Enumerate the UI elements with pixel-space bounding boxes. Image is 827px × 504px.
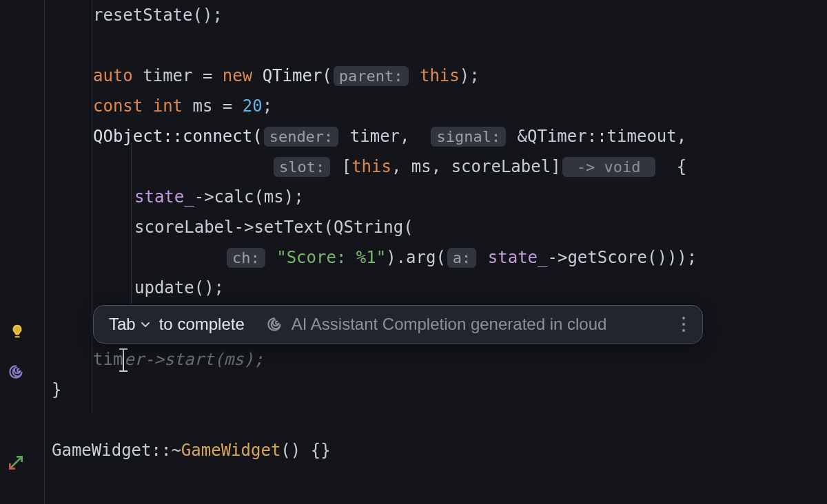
ai-completion-source-label: AI Assistant Completion generated in clo…: [292, 316, 669, 333]
code-token: , ms, scoreLabel]: [391, 157, 561, 176]
to-complete-label: to complete: [159, 316, 245, 333]
keyword: const: [93, 96, 143, 116]
lightbulb-icon[interactable]: [7, 321, 28, 342]
inherit-override-icon[interactable]: [6, 452, 26, 473]
inlay-hint: slot:: [274, 157, 330, 177]
code-line: }: [52, 375, 827, 405]
code-token: ).arg(: [386, 248, 446, 267]
keyword: new: [223, 66, 252, 85]
code-line: resetState();: [52, 0, 827, 30]
ghost-text: er->start(ms);: [124, 350, 263, 369]
keyword: this: [351, 157, 391, 176]
code-token: GameWidget::~: [52, 441, 181, 460]
code-token: ms =: [183, 96, 243, 116]
tab-label: Tab: [109, 316, 136, 333]
code-token: ->calc(ms);: [194, 187, 304, 207]
inlay-hint: a:: [447, 248, 477, 268]
editor-gutter: [0, 0, 45, 504]
code-line: QObject::connect(sender: timer, signal: …: [52, 121, 827, 151]
code-token: );: [460, 66, 480, 85]
indent-guide: [92, 0, 92, 413]
code-token: ;: [263, 96, 272, 116]
code-line: update();: [52, 273, 827, 303]
blank-line: [52, 405, 827, 435]
member: state_: [478, 248, 547, 267]
code-token: {: [657, 157, 686, 176]
code-line: slot: [this, ms, scoreLabel] -> void {: [52, 151, 827, 182]
ai-ghost-completion: timer->start(ms);: [52, 344, 827, 375]
code-token: scoreLabel->setText(QString(: [134, 218, 414, 237]
code-token: ->getScore()));: [548, 248, 697, 267]
code-line: auto timer = new QTimer(parent: this);: [52, 61, 827, 91]
ai-spiral-icon[interactable]: [6, 361, 26, 382]
code-token: () {}: [280, 441, 330, 460]
code-token: [: [331, 157, 351, 176]
code-line: state_->calc(ms);: [52, 182, 827, 212]
code-line: scoreLabel->setText(QString(: [52, 212, 827, 242]
inlay-hint: sender:: [264, 127, 339, 147]
destructor-name: GameWidget: [181, 441, 281, 460]
code-token: update();: [134, 278, 224, 297]
inlay-hint: ch:: [227, 248, 265, 268]
inlay-hint: -> void: [562, 157, 655, 177]
inlay-hint: parent:: [334, 66, 409, 86]
code-token: }: [52, 380, 61, 399]
type: QTimer(: [252, 66, 332, 85]
type: QObject::connect(: [93, 127, 263, 146]
code-text-area[interactable]: resetState(); auto timer = new QTimer(pa…: [45, 0, 827, 504]
chevron-down-icon[interactable]: [140, 319, 151, 330]
tab-key-hint[interactable]: Tab: [109, 316, 151, 333]
inlay-hint: signal:: [431, 127, 506, 147]
code-token: resetState();: [93, 6, 223, 25]
string-literal: "Score: %1": [267, 248, 386, 267]
blank-line: [52, 30, 827, 61]
keyword: int: [143, 96, 183, 116]
code-line: const int ms = 20;: [52, 91, 827, 121]
code-token: &QTimer::timeout,: [507, 127, 686, 146]
member: state_: [134, 187, 194, 207]
code-editor[interactable]: resetState(); auto timer = new QTimer(pa…: [0, 0, 827, 504]
ai-spiral-icon: [265, 315, 283, 333]
code-line: ch: "Score: %1").arg(a: state_->getScore…: [52, 242, 827, 273]
text-caret: [123, 350, 124, 370]
keyword: this: [410, 66, 460, 85]
code-line: GameWidget::~GameWidget() {}: [52, 435, 827, 465]
code-token: timer,: [340, 127, 429, 146]
number-literal: 20: [243, 96, 263, 116]
more-vertical-icon[interactable]: [677, 317, 690, 332]
ai-completion-popup: Tab to complete AI Assistant Completion …: [93, 305, 703, 344]
code-token: timer =: [133, 66, 223, 85]
indent-guide: [131, 143, 132, 304]
keyword: auto: [93, 66, 133, 85]
